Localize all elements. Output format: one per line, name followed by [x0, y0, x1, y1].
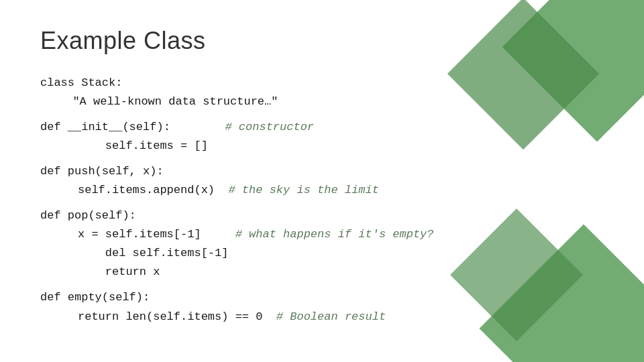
code-line-6: self.items.append(x) # the sky is the li…: [40, 181, 604, 200]
comment-sky: # the sky is the limit: [228, 181, 378, 200]
spacer3: [40, 200, 604, 206]
code-line-9: del self.items[-1]: [40, 244, 604, 263]
code-text: def push(self, x):: [40, 162, 164, 181]
code-line-7: def pop(self):: [40, 206, 604, 225]
code-text: def empty(self):: [40, 288, 150, 307]
code-text: return len(self.items) == 0: [78, 308, 276, 326]
code-text: return x: [78, 263, 160, 282]
spacer2: [40, 156, 604, 162]
comment-boolean: # Boolean result: [276, 308, 386, 326]
code-text: "A well-known data structure…": [59, 93, 278, 111]
code-line-10: return x: [40, 263, 604, 282]
code-line-12: return len(self.items) == 0 # Boolean re…: [40, 308, 604, 326]
code-text: def __init__(self):: [40, 118, 225, 137]
spacer4: [40, 282, 604, 288]
comment-constructor: # constructor: [225, 118, 314, 137]
code-text: class Stack:: [40, 74, 122, 93]
spacer: [40, 111, 604, 118]
slide-content: Example Class class Stack: "A well-known…: [0, 0, 644, 347]
code-text: x = self.items[-1]: [78, 225, 235, 244]
slide-title: Example Class: [40, 27, 604, 55]
code-line-4: self.items = []: [40, 137, 604, 156]
code-line-5: def push(self, x):: [40, 162, 604, 181]
code-line-8: x = self.items[-1] # what happens if it'…: [40, 225, 604, 244]
code-line-3: def __init__(self): # constructor: [40, 118, 604, 137]
code-text: self.items.append(x): [78, 181, 228, 200]
code-line-11: def empty(self):: [40, 288, 604, 307]
comment-empty: # what happens if it's empty?: [235, 225, 434, 244]
code-text: self.items = []: [78, 137, 208, 156]
code-text: del self.items[-1]: [78, 244, 228, 263]
code-line-1: class Stack:: [40, 74, 604, 93]
code-line-2: "A well-known data structure…": [40, 93, 604, 111]
code-block: class Stack: "A well-known data structur…: [40, 74, 604, 326]
code-text: def pop(self):: [40, 206, 136, 225]
